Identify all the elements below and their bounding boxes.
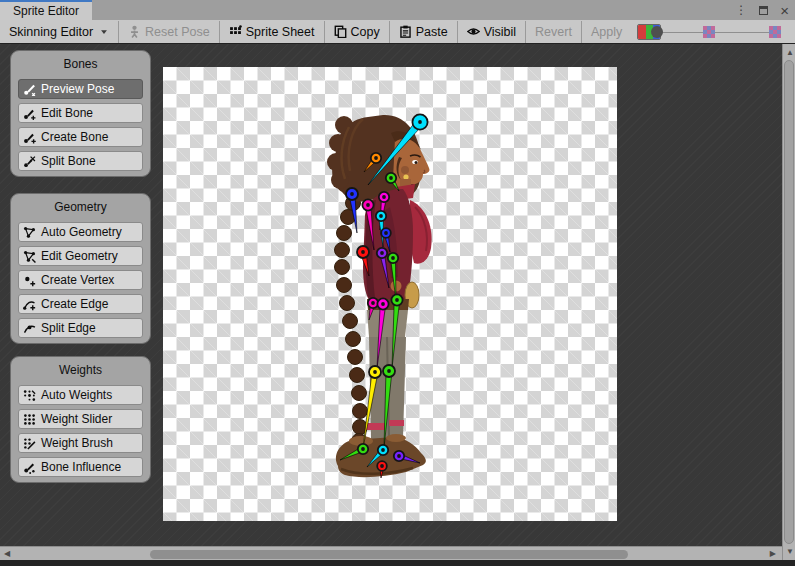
geometry-auto-icon: [23, 226, 36, 239]
braid-segment: [346, 332, 361, 347]
panel-geometry: GeometryAuto GeometryEdit GeometryCreate…: [10, 193, 151, 344]
revert-label: Revert: [535, 25, 572, 39]
weight-slider-button[interactable]: Weight Slider: [18, 409, 143, 429]
bone-joint-center: [366, 203, 370, 207]
braid-segment: [348, 350, 363, 365]
bone-edit-icon: [23, 107, 36, 120]
button-label: Create Bone: [41, 130, 108, 144]
edge-split-icon: [23, 322, 36, 335]
bone-joint-center: [380, 251, 384, 255]
braid-segment: [337, 226, 352, 241]
button-label: Split Bone: [41, 154, 96, 168]
weight-brush-icon: [23, 437, 36, 450]
braid-segment: [353, 404, 368, 419]
scroll-down-icon[interactable]: ▼: [786, 548, 794, 556]
bone-influence-button[interactable]: Bone Influence: [18, 457, 143, 477]
apply-label: Apply: [591, 25, 622, 39]
window-bottom-edge: [0, 560, 795, 566]
geometry-edit-icon: [23, 250, 36, 263]
sprite-sheet-label: Sprite Sheet: [246, 25, 315, 39]
tab-title: Sprite Editor: [13, 4, 79, 18]
bone-joint-center: [391, 256, 395, 260]
preview-pose-button[interactable]: Preview Pose: [18, 79, 143, 99]
sprite-sheet-button[interactable]: Sprite Sheet: [220, 20, 324, 43]
braid-segment: [340, 296, 355, 311]
bone-preview-icon: [23, 83, 36, 96]
copy-button[interactable]: Copy: [325, 20, 389, 43]
close-icon[interactable]: ×: [780, 3, 789, 18]
apply-button[interactable]: Apply: [582, 20, 631, 43]
panel-title-weights: Weights: [11, 360, 150, 381]
create-bone-button[interactable]: Create Bone: [18, 127, 143, 147]
bone-joint-center: [350, 192, 354, 196]
bone-joint-center: [371, 301, 375, 305]
braid-segment: [352, 386, 367, 401]
zoom-slider-track[interactable]: [651, 32, 781, 34]
braid-segment: [335, 243, 350, 258]
bone-split-icon: [23, 155, 36, 168]
button-label: Create Edge: [41, 297, 108, 311]
tab-sprite-editor[interactable]: Sprite Editor: [0, 0, 92, 20]
horizontal-scrollbar-thumb[interactable]: [150, 550, 628, 559]
reset-pose-button[interactable]: Reset Pose: [119, 20, 219, 43]
weight-slider-icon: [23, 413, 36, 426]
vertical-scrollbar-thumb[interactable]: [784, 60, 794, 544]
paste-button[interactable]: Paste: [390, 20, 457, 43]
reset-pose-icon: [128, 25, 141, 38]
button-label: Weight Brush: [41, 436, 113, 450]
visibility-label: Visibil: [484, 25, 516, 39]
button-label: Edit Geometry: [41, 249, 118, 263]
edit-bone-button[interactable]: Edit Bone: [18, 103, 143, 123]
vertex-create-icon: [23, 274, 36, 287]
bone-joint-center: [381, 448, 385, 452]
create-edge-button[interactable]: Create Edge: [18, 294, 143, 314]
window-controls: ⋮ ×: [735, 0, 789, 20]
scroll-right-icon[interactable]: ▶: [770, 550, 776, 558]
auto-geometry-button[interactable]: Auto Geometry: [18, 222, 143, 242]
skinning-editor-dropdown[interactable]: Skinning Editor: [0, 20, 118, 43]
chevron-down-icon: [99, 27, 109, 37]
rgb-stripe: [638, 25, 645, 39]
horizontal-scrollbar[interactable]: ◀ ▶: [0, 546, 782, 560]
reset-pose-label: Reset Pose: [145, 25, 210, 39]
bone-joint-center: [361, 447, 365, 451]
button-label: Auto Weights: [41, 388, 112, 402]
edit-geometry-button[interactable]: Edit Geometry: [18, 246, 143, 266]
braid-segment: [337, 278, 352, 293]
weight-brush-button[interactable]: Weight Brush: [18, 433, 143, 453]
revert-button[interactable]: Revert: [526, 20, 581, 43]
bone-joint-center: [395, 298, 399, 302]
alpha-checker-icon: [769, 26, 781, 38]
bone-joint-center: [381, 302, 385, 306]
button-label: Create Vertex: [41, 273, 114, 287]
button-label: Split Edge: [41, 321, 96, 335]
panel-title-bones: Bones: [11, 54, 150, 75]
alpha-checker-icon: [703, 26, 715, 38]
scroll-left-icon[interactable]: ◀: [4, 550, 10, 558]
bone-joint-center: [418, 120, 422, 124]
split-edge-button[interactable]: Split Edge: [18, 318, 143, 338]
weights-auto-icon: [23, 389, 36, 402]
bone-joint-center: [374, 156, 378, 160]
bone-joint-center: [373, 370, 377, 374]
create-vertex-button[interactable]: Create Vertex: [18, 270, 143, 290]
paste-icon: [399, 25, 412, 38]
vertical-scrollbar[interactable]: ▲ ▼: [782, 44, 795, 560]
maximize-icon[interactable]: [759, 6, 768, 15]
auto-weights-button[interactable]: Auto Weights: [18, 385, 143, 405]
kebab-menu-icon[interactable]: ⋮: [735, 4, 747, 16]
button-label: Bone Influence: [41, 460, 121, 474]
button-label: Preview Pose: [41, 82, 114, 96]
paste-label: Paste: [416, 25, 448, 39]
visibility-button[interactable]: Visibil: [458, 20, 525, 43]
zoom-slider-handle[interactable]: [651, 26, 663, 38]
split-bone-button[interactable]: Split Bone: [18, 151, 143, 171]
sprite-sheet-icon: [229, 25, 242, 38]
bone-joint-center: [380, 464, 384, 468]
scroll-up-icon[interactable]: ▲: [786, 49, 794, 57]
panel-title-geometry: Geometry: [11, 197, 150, 218]
sprite-canvas[interactable]: [163, 67, 617, 521]
edge-create-icon: [23, 298, 36, 311]
bone-joint-center: [382, 195, 386, 199]
button-label: Auto Geometry: [41, 225, 122, 239]
